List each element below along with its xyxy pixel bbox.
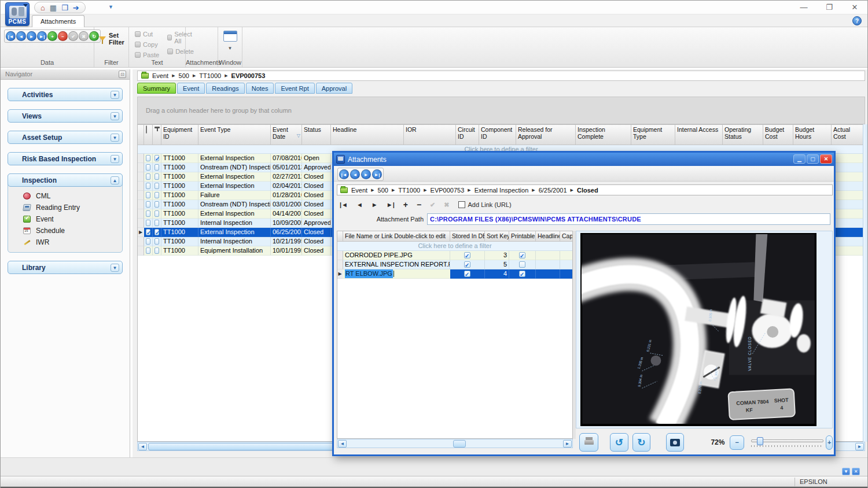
column-header-review-icon[interactable] (153, 125, 161, 145)
quick-access-dropdown-icon[interactable]: ▼ (108, 4, 113, 10)
first-record-button[interactable]: |◄ (339, 169, 349, 179)
column-header-stored-in-db[interactable]: Stored In DB (450, 231, 485, 241)
zoom-out-button[interactable]: − (730, 435, 744, 450)
attachment-checkbox[interactable] (146, 229, 150, 235)
sidebar-section-library[interactable]: Library▼ (8, 261, 123, 274)
window-switch-icon[interactable]: ❒ (61, 4, 68, 12)
column-header-equipment-type[interactable]: Equipment Type (631, 125, 675, 145)
attachment-row[interactable]: CORRODED PIPE.JPG3 (337, 251, 572, 260)
printable-checkbox[interactable] (519, 261, 525, 268)
close-button[interactable]: ✕ (843, 1, 866, 14)
next-record-icon[interactable]: ► (372, 201, 378, 208)
breadcrumb-item[interactable]: Event (152, 72, 168, 79)
scroll-thumb[interactable] (453, 440, 466, 448)
printable-checkbox[interactable] (519, 271, 525, 277)
attachment-checkbox[interactable] (146, 238, 150, 245)
column-header-budget-hours[interactable]: Budget Hours (793, 125, 832, 145)
column-header-headline[interactable]: Headline (536, 231, 560, 241)
app-menu-button[interactable]: PCMS (5, 2, 30, 26)
attachment-checkbox[interactable] (146, 220, 150, 226)
row-checkbox[interactable] (155, 155, 159, 161)
chevron-down-icon[interactable]: ▼ (111, 112, 119, 120)
last-record-icon[interactable]: ►| (387, 201, 395, 208)
chevron-down-icon[interactable]: ▼ (111, 91, 119, 99)
window-dropdown-icon[interactable]: ▼ (228, 46, 233, 51)
column-header-actual-cost[interactable]: Actual Cost (832, 125, 864, 145)
sidebar-item-reading-entry[interactable]: Reading Entry (8, 202, 122, 213)
image-options-button[interactable] (666, 433, 684, 452)
row-checkbox[interactable] (155, 220, 159, 226)
dialog-breadcrumb-item[interactable]: TT1000 (398, 187, 420, 194)
group-by-panel[interactable]: Drag a column header here to group by th… (137, 97, 865, 124)
dialog-minimize-button[interactable]: ▁ (793, 154, 806, 164)
sidebar-item-iwr[interactable]: IWR (8, 236, 122, 248)
delete-record-icon[interactable]: − (417, 200, 421, 209)
row-checkbox[interactable] (155, 173, 159, 180)
dialog-restore-button[interactable]: ▢ (807, 154, 819, 164)
attachment-checkbox[interactable] (146, 201, 150, 208)
attachments-filter-row[interactable]: Click here to define a filter (337, 242, 572, 251)
tab-summary[interactable]: Summary (137, 83, 176, 94)
restore-button[interactable]: ❐ (818, 1, 841, 14)
attachment-checkbox[interactable] (146, 183, 150, 189)
window-switch-button[interactable] (223, 31, 237, 42)
grid-vertical-scrollbar[interactable] (863, 124, 868, 442)
row-checkbox[interactable] (155, 210, 159, 217)
minimize-button[interactable]: — (792, 1, 815, 14)
go-icon[interactable]: ➔ (73, 4, 79, 12)
attachment-row[interactable]: EXTERNAL INSPECTION REPORT.PDF5 (337, 260, 572, 269)
tab-event-rpt[interactable]: Event Rpt (275, 83, 314, 94)
insert-record-button[interactable]: + (47, 31, 57, 41)
dialog-titlebar[interactable]: Attachments ▁ ▢ ✕ (334, 153, 834, 166)
pin-icon[interactable]: ⊡ (119, 71, 126, 78)
sidebar-item-schedule[interactable]: Schedule (8, 225, 122, 236)
chevron-down-icon[interactable]: ▼ (111, 155, 119, 163)
attachment-checkbox[interactable] (146, 164, 150, 171)
tab-event[interactable]: Event (177, 83, 205, 94)
attachment-checkbox[interactable] (146, 173, 150, 180)
attachment-checkbox[interactable] (146, 155, 150, 161)
report-icon[interactable]: ▦ (50, 4, 57, 12)
dialog-breadcrumb-item[interactable]: 500 (378, 187, 388, 194)
column-header-headline[interactable]: Headline (331, 125, 404, 145)
dialog-breadcrumb-item[interactable]: 6/25/2001 (539, 187, 567, 194)
add-link-option[interactable]: Add Link (URL) (458, 201, 512, 208)
row-checkbox[interactable] (155, 192, 159, 198)
slider-thumb[interactable] (757, 437, 763, 445)
chevron-down-icon[interactable]: ▼ (111, 134, 119, 142)
attachment-checkbox[interactable] (146, 192, 150, 198)
column-header-sort-key[interactable]: Sort Key (485, 231, 509, 241)
sidebar-section-asset-setup[interactable]: Asset Setup▼ (8, 131, 123, 144)
stored-in-db-checkbox[interactable] (464, 252, 470, 258)
tab-notes[interactable]: Notes (246, 83, 274, 94)
tab-approval[interactable]: Approval (316, 83, 352, 94)
attachment-path-field[interactable]: C:\PROGRAM FILES (X86)\PCMSWIN\PCMS ATTA… (427, 213, 830, 225)
column-header-operating-status[interactable]: Operating Status (723, 125, 763, 145)
row-checkbox[interactable] (155, 201, 159, 208)
prior-record-button[interactable]: ◄ (350, 169, 360, 179)
scroll-right-icon[interactable]: ► (563, 440, 572, 448)
zoom-slider[interactable] (751, 437, 823, 448)
breadcrumb-item[interactable]: EVP000753 (231, 72, 266, 79)
chevron-down-icon[interactable]: ▼ (111, 264, 119, 272)
column-header-internal-access[interactable]: Internal Access (675, 125, 723, 145)
row-checkbox[interactable] (155, 238, 159, 245)
column-header-equipment-id[interactable]: Equipment ID (161, 125, 198, 145)
help-icon[interactable]: ? (852, 16, 862, 25)
first-record-icon[interactable]: |◄ (340, 201, 348, 208)
zoom-in-button[interactable]: + (826, 435, 833, 450)
column-header-status[interactable]: Status (302, 125, 331, 145)
first-record-button[interactable]: |◄ (6, 31, 16, 41)
attachments-grid-scrollbar[interactable]: ◄ ► (337, 439, 573, 448)
prior-record-button[interactable]: ◄ (16, 31, 26, 41)
attachment-checkbox[interactable] (146, 247, 150, 254)
scroll-right-icon[interactable]: ► (855, 443, 864, 450)
prior-record-icon[interactable]: ◄ (356, 201, 363, 208)
dialog-close-button[interactable]: ✕ (820, 154, 832, 164)
add-link-checkbox[interactable] (458, 201, 465, 208)
sidebar-item-event[interactable]: Event (8, 213, 122, 225)
tab-attachments[interactable]: Attachments (32, 15, 84, 27)
tab-readings[interactable]: Readings (206, 83, 244, 94)
chevron-up-icon[interactable]: ▲ (111, 176, 119, 184)
dialog-breadcrumb-item[interactable]: Event (351, 187, 367, 194)
